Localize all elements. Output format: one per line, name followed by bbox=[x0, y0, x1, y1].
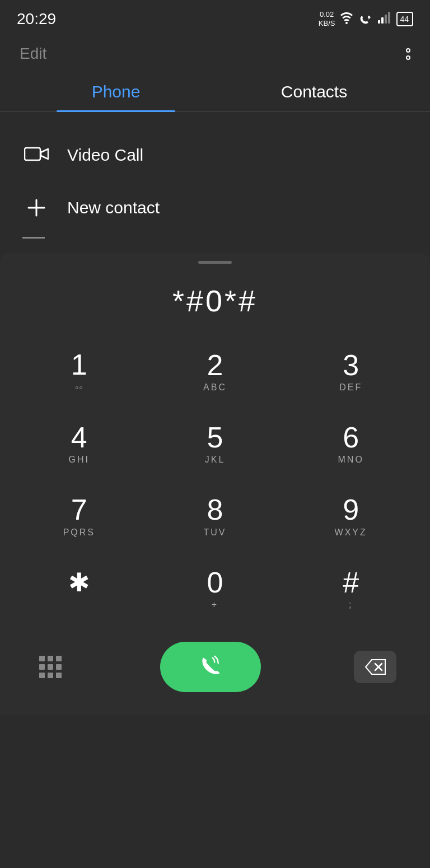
key-1[interactable]: 1 ◦◦ bbox=[11, 335, 147, 408]
key-2[interactable]: 2 ABC bbox=[147, 335, 283, 408]
new-contact-icon bbox=[22, 194, 50, 222]
keypad: 1 ◦◦ 2 ABC 3 DEF 4 GHI 5 JKL 6 MNO 7 PQR… bbox=[0, 335, 430, 625]
new-contact-item[interactable]: New contact bbox=[0, 181, 430, 234]
key-star[interactable]: ✱ bbox=[11, 553, 147, 625]
tab-contacts[interactable]: Contacts bbox=[215, 74, 413, 111]
section-divider bbox=[22, 237, 45, 239]
dialed-number: *#0*# bbox=[0, 275, 430, 335]
key-9[interactable]: 9 WXYZ bbox=[283, 480, 419, 552]
new-contact-label: New contact bbox=[67, 198, 160, 217]
battery-level: 44 bbox=[400, 15, 409, 24]
call-icon bbox=[198, 655, 223, 679]
key-6[interactable]: 6 MNO bbox=[283, 408, 419, 480]
key-5[interactable]: 5 JKL bbox=[147, 408, 283, 480]
tab-phone[interactable]: Phone bbox=[17, 74, 215, 111]
svg-rect-2 bbox=[381, 17, 384, 24]
edit-button[interactable]: Edit bbox=[20, 45, 46, 63]
svg-point-0 bbox=[345, 22, 348, 24]
key-hash[interactable]: # ; bbox=[283, 553, 419, 625]
key-3[interactable]: 3 DEF bbox=[283, 335, 419, 408]
status-time: 20:29 bbox=[17, 10, 56, 28]
svg-rect-5 bbox=[25, 148, 40, 160]
video-call-label: Video Call bbox=[67, 146, 143, 165]
svg-rect-1 bbox=[378, 20, 380, 24]
more-options-button[interactable] bbox=[406, 48, 410, 60]
call-button[interactable] bbox=[160, 642, 261, 692]
keypad-grid-icon bbox=[39, 656, 62, 678]
data-speed: 0.02 KB/S bbox=[319, 10, 335, 27]
video-call-icon bbox=[22, 141, 50, 169]
key-8[interactable]: 8 TUV bbox=[147, 480, 283, 552]
top-bar: Edit bbox=[0, 34, 430, 68]
status-bar: 20:29 0.02 KB/S bbox=[0, 0, 430, 34]
svg-rect-3 bbox=[385, 15, 387, 24]
call-signal-icon bbox=[358, 12, 373, 27]
tab-bar: Phone Contacts bbox=[0, 68, 430, 112]
key-7[interactable]: 7 PQRS bbox=[11, 480, 147, 552]
wifi-icon bbox=[339, 12, 354, 27]
key-0[interactable]: 0 + bbox=[147, 553, 283, 625]
battery-icon: 44 bbox=[396, 12, 413, 26]
more-dot-2 bbox=[406, 55, 410, 60]
action-bar bbox=[0, 631, 430, 715]
backspace-icon bbox=[364, 659, 386, 675]
menu-section: Video Call New contact bbox=[0, 123, 430, 247]
svg-rect-4 bbox=[388, 12, 390, 24]
keypad-toggle-button[interactable] bbox=[34, 650, 67, 684]
status-icons: 0.02 KB/S bbox=[319, 10, 413, 27]
backspace-button[interactable] bbox=[354, 651, 396, 683]
key-4[interactable]: 4 GHI bbox=[11, 408, 147, 480]
sheet-handle bbox=[198, 261, 232, 264]
video-call-item[interactable]: Video Call bbox=[0, 129, 430, 181]
dialer-sheet: *#0*# 1 ◦◦ 2 ABC 3 DEF 4 GHI 5 JKL 6 MNO… bbox=[0, 253, 430, 715]
more-dot-1 bbox=[406, 48, 410, 53]
signal-bars-icon bbox=[377, 12, 392, 27]
